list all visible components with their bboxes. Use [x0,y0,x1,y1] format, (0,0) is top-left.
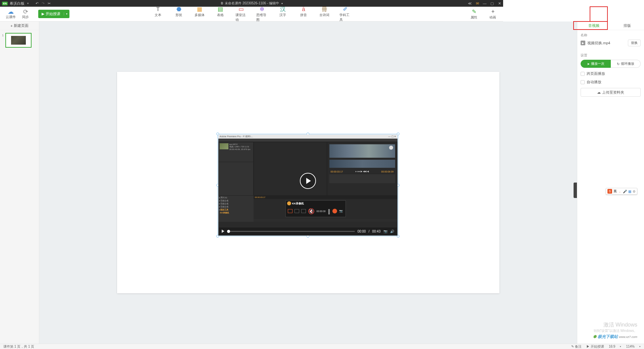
document-title: 未命名课件 20230526-1106 - 编辑中 [225,1,279,5]
main-toolbar: ☁ 云课件 ⟳ 同步 ▶开始授课 ▾ T文本⬣形状▦多媒体▤表格▭课堂活动✲思维… [0,7,503,21]
tool-icon: 冊 [322,6,327,13]
player-current-time: 00:00 [358,230,366,233]
tool-label: 课堂活动 [235,13,247,22]
tool-汉字[interactable]: 汉汉字 [277,6,288,22]
tool-label: 表格 [217,13,224,17]
tool-icon: T [156,6,160,13]
slide-number: 1 [2,34,5,37]
app-menu-dropdown[interactable]: ▼ [26,2,29,5]
tool-label: 多媒体 [195,13,205,17]
player-play-icon[interactable] [222,230,224,233]
tool-表格[interactable]: ▤表格 [215,6,226,22]
tool-label: 学科工具 [339,13,351,22]
kk-recorder-overlay: KK录像机 🔇 00:00:00 ‖ 📷 [285,200,346,217]
share-icon[interactable]: ≪ [466,1,474,6]
tool-icon: 汉 [280,6,286,13]
close-icon[interactable]: ✕ [496,1,503,6]
mail-icon[interactable]: ✉ [474,1,481,6]
tool-label: 拼音 [300,13,307,17]
properties-tab-button[interactable]: ✎ 属性 [468,8,480,20]
maximize-icon[interactable]: ▢ [488,1,496,6]
document-icon: 🗎 [220,1,224,5]
tool-文本[interactable]: T文本 [152,6,164,22]
player-duration: 00:43 [372,230,380,233]
tool-拼音[interactable]: ā拼音 [298,6,309,22]
tool-古诗词[interactable]: 冊古诗词 [319,6,330,22]
animation-tab-button[interactable]: ✦ 动画 [487,8,498,20]
tool-学科工具[interactable]: ✐学科工具 [339,6,351,22]
animation-label: 动画 [489,15,496,20]
minimize-icon[interactable]: — [481,1,488,5]
undo-icon[interactable]: ↶ [34,1,40,6]
tool-icon: ▭ [238,6,244,13]
tool-icon: ā [302,6,305,13]
video-play-button[interactable] [300,173,316,189]
slide-thumbnail-1[interactable]: 1 [0,32,39,48]
cloud-courseware-button[interactable]: ☁ 云课件 [3,9,18,19]
tool-icon: ▤ [218,6,223,13]
sync-button[interactable]: ⟳ 同步 [18,9,33,19]
tool-icon: ✐ [343,6,347,13]
video-object-selected[interactable]: Adobe Premiere Pro - F:\资料\...— ▢ ✕ test… [218,134,398,236]
app-logo: EN [2,2,8,5]
plus-icon: + [10,24,12,28]
star-icon: ✦ [491,8,495,15]
tool-label: 形状 [175,13,182,17]
brush-icon: ✎ [472,8,476,15]
tool-课堂活动[interactable]: ▭课堂活动 [235,6,247,22]
player-snapshot-icon[interactable]: 📷 [383,230,387,233]
start-teaching-button[interactable]: ▶开始授课 ▾ [38,10,69,18]
video-player-bar: 00:00 / 00:43 📷 🔊 [219,228,397,235]
sync-icon: ⟳ [23,9,28,15]
new-page-label: 新建页面 [14,23,29,28]
app-name: 希沃白板 [10,1,24,6]
tool-label: 文本 [155,13,161,17]
play-icon: ▶ [42,12,44,16]
start-label: 开始授课 [46,11,60,16]
embedded-window-title: Adobe Premiere Pro - F:\资料\...— ▢ ✕ [218,135,397,139]
cloud-label: 云课件 [6,15,16,19]
player-volume-icon[interactable]: 🔊 [390,230,394,233]
new-page-button[interactable]: + 新建页面 [0,21,39,30]
tool-icon: ✲ [260,6,264,13]
tool-形状[interactable]: ⬣形状 [173,6,184,22]
properties-label: 属性 [471,15,477,20]
title-dropdown-icon[interactable]: ▾ [281,2,283,5]
player-time-sep: / [369,230,370,233]
tool-思维导图[interactable]: ✲思维导图 [256,6,268,22]
tool-icon: ▦ [197,6,202,13]
play-icon [306,178,311,184]
cut-icon[interactable]: ✂ [46,1,52,6]
player-knob[interactable] [227,230,230,233]
tool-label: 汉字 [279,13,286,17]
canvas-area[interactable]: Adobe Premiere Pro - F:\资料\...— ▢ ✕ test… [39,21,503,272]
slide-canvas[interactable]: Adobe Premiere Pro - F:\资料\...— ▢ ✕ test… [117,72,499,272]
slide-panel: + 新建页面 1 [0,21,39,272]
tool-label: 古诗词 [319,13,329,17]
tool-label: 思维导图 [256,13,268,22]
player-progress[interactable] [227,231,355,232]
redo-icon[interactable]: ↷ [40,1,46,6]
tool-icon: ⬣ [176,6,181,13]
slide-preview[interactable] [5,33,32,48]
video-content: Adobe Premiere Pro - F:\资料\...— ▢ ✕ test… [218,135,397,236]
sync-label: 同步 [22,15,29,19]
tool-多媒体[interactable]: ▦多媒体 [194,6,205,22]
start-dropdown-icon[interactable]: ▾ [64,12,69,15]
cloud-icon: ☁ [8,9,14,15]
